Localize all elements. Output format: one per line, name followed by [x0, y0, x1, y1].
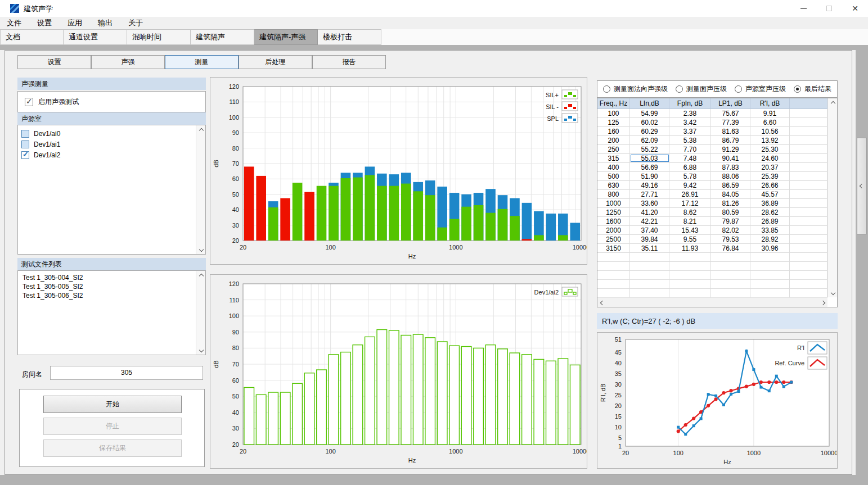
table-cell[interactable]: [790, 244, 827, 252]
result-view-radio[interactable]: 最后结果: [794, 84, 831, 94]
table-cell[interactable]: 77.39: [711, 118, 750, 126]
maximize-button[interactable]: [816, 0, 842, 17]
channel-item[interactable]: Dev1/ai1: [21, 139, 196, 149]
close-button[interactable]: ✕: [842, 0, 868, 17]
table-cell[interactable]: 76.84: [711, 244, 750, 252]
table-cell[interactable]: 81.63: [711, 127, 750, 135]
enable-intensity-box[interactable]: 启用声强测试: [17, 91, 206, 112]
table-cell[interactable]: 10.56: [750, 127, 790, 135]
scroll-up-icon[interactable]: [828, 98, 838, 108]
table-cell[interactable]: 82.02: [711, 226, 750, 234]
table-cell[interactable]: 11.93: [669, 244, 711, 252]
start-button[interactable]: 开始: [43, 396, 182, 413]
table-cell[interactable]: 25.30: [750, 145, 790, 153]
table-row[interactable]: 25055.227.7091.2925.30: [597, 145, 827, 154]
scroll-right-icon[interactable]: [818, 298, 827, 307]
main-tab[interactable]: 建筑隔声-声强: [254, 29, 318, 45]
table-row[interactable]: 40056.696.8887.8320.37: [597, 163, 827, 172]
table-cell[interactable]: 2500: [597, 235, 630, 243]
table-cell[interactable]: 62.09: [630, 136, 669, 144]
table-row[interactable]: 125041.208.6280.5928.62: [597, 208, 827, 217]
scroll-down-icon[interactable]: [196, 244, 206, 254]
table-cell[interactable]: 79.53: [711, 235, 750, 243]
table-cell[interactable]: 1000: [597, 199, 630, 207]
table-cell[interactable]: [790, 181, 827, 189]
table-cell[interactable]: 200: [597, 136, 630, 144]
table-cell[interactable]: 56.69: [630, 163, 669, 171]
table-row[interactable]: 20062.095.3886.7913.92: [597, 136, 827, 145]
table-cell[interactable]: 100: [597, 109, 630, 117]
table-cell[interactable]: 87.83: [711, 163, 750, 171]
table-cell[interactable]: 36.89: [750, 199, 790, 207]
table-cell[interactable]: 125: [597, 118, 630, 126]
table-cell[interactable]: 79.87: [711, 217, 750, 225]
table-cell[interactable]: [790, 118, 827, 126]
table-row[interactable]: 16060.293.3781.6310.56: [597, 127, 827, 136]
table-cell[interactable]: 630: [597, 181, 630, 189]
table-cell[interactable]: 55.22: [630, 145, 669, 153]
table-horizontal-scrollbar[interactable]: [597, 297, 827, 307]
main-tab[interactable]: 建筑隔声: [191, 29, 254, 45]
table-cell[interactable]: 86.79: [711, 136, 750, 144]
table-cell[interactable]: 60.02: [630, 118, 669, 126]
table-cell[interactable]: 24.60: [750, 154, 790, 162]
table-cell[interactable]: [790, 145, 827, 153]
table-cell[interactable]: 9.55: [669, 235, 711, 243]
table-row[interactable]: 200037.4015.4382.0233.85: [597, 226, 827, 235]
table-cell[interactable]: 5.38: [669, 136, 711, 144]
table-row[interactable]: 80027.7126.9184.0545.57: [597, 190, 827, 199]
table-cell[interactable]: [790, 226, 827, 234]
channel-list-scrollbar[interactable]: [196, 125, 205, 254]
menu-item[interactable]: 输出: [98, 18, 113, 28]
table-cell[interactable]: 37.40: [630, 226, 669, 234]
table-cell[interactable]: 30.96: [750, 244, 790, 252]
menu-item[interactable]: 设置: [37, 18, 52, 28]
table-cell[interactable]: 55.03: [630, 154, 669, 162]
result-view-radio[interactable]: 测量面法向声强级: [603, 84, 668, 94]
table-cell[interactable]: 54.99: [630, 109, 669, 117]
table-cell[interactable]: 5.78: [669, 172, 711, 180]
sub-tab[interactable]: 声强: [91, 55, 165, 69]
table-row[interactable]: 250039.849.5579.5328.92: [597, 235, 827, 244]
table-cell[interactable]: 2000: [597, 226, 630, 234]
table-cell[interactable]: 88.06: [711, 172, 750, 180]
table-cell[interactable]: 33.60: [630, 199, 669, 207]
radio-icon[interactable]: [794, 85, 801, 93]
table-cell[interactable]: 81.26: [711, 199, 750, 207]
result-view-radio[interactable]: 测量面声压级: [676, 84, 727, 94]
enable-intensity-checkbox[interactable]: [25, 98, 33, 106]
table-cell[interactable]: 35.11: [630, 244, 669, 252]
table-cell[interactable]: 315: [597, 154, 630, 162]
scroll-down-icon[interactable]: [196, 345, 206, 355]
table-cell[interactable]: [790, 217, 827, 225]
table-cell[interactable]: 27.71: [630, 190, 669, 198]
table-cell[interactable]: 500: [597, 172, 630, 180]
table-cell[interactable]: [790, 190, 827, 198]
table-cell[interactable]: 3150: [597, 244, 630, 252]
table-cell[interactable]: 26.66: [750, 181, 790, 189]
table-row[interactable]: 100033.6017.1281.2636.89: [597, 199, 827, 208]
table-cell[interactable]: 15.43: [669, 226, 711, 234]
table-cell[interactable]: 28.62: [750, 208, 790, 216]
scroll-up-icon[interactable]: [196, 271, 206, 280]
table-cell[interactable]: 86.59: [711, 181, 750, 189]
sub-tab[interactable]: 后处理: [239, 55, 312, 69]
table-cell[interactable]: 33.85: [750, 226, 790, 234]
table-cell[interactable]: [790, 109, 827, 117]
table-cell[interactable]: 41.20: [630, 208, 669, 216]
table-cell[interactable]: [790, 163, 827, 171]
table-cell[interactable]: 250: [597, 145, 630, 153]
scroll-down-icon[interactable]: [828, 288, 838, 297]
channel-item[interactable]: Dev1/ai2: [21, 149, 196, 160]
table-cell[interactable]: 26.89: [750, 217, 790, 225]
scroll-up-icon[interactable]: [196, 125, 206, 135]
sub-tab[interactable]: 测量: [165, 55, 239, 69]
channel-checkbox[interactable]: [21, 140, 29, 148]
table-cell[interactable]: 45.57: [750, 190, 790, 198]
main-tab[interactable]: 文档: [0, 29, 64, 45]
table-cell[interactable]: 1600: [597, 217, 630, 225]
radio-icon[interactable]: [676, 85, 683, 93]
table-cell[interactable]: [790, 136, 827, 144]
table-cell[interactable]: 7.70: [669, 145, 711, 153]
table-cell[interactable]: 3.37: [669, 127, 711, 135]
